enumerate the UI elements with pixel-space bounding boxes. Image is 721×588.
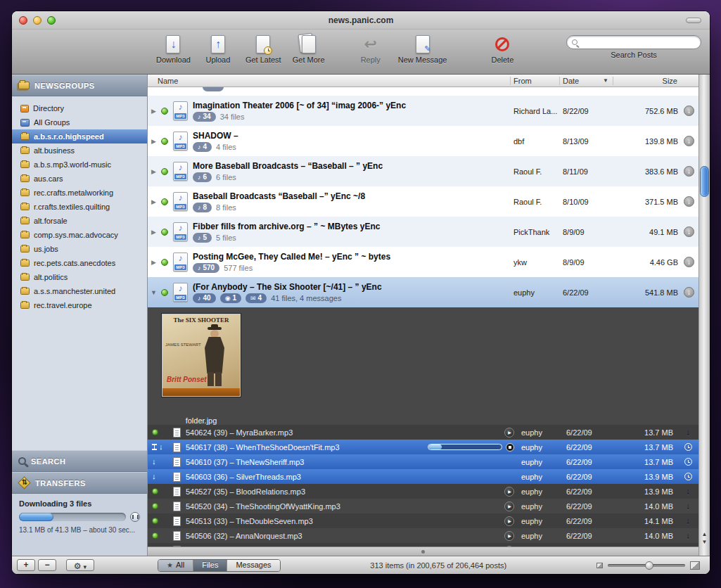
download-post-button[interactable] [684,166,694,177]
column-header-date[interactable]: Date [559,77,613,85]
play-button[interactable] [504,501,514,511]
sidebar-item[interactable]: rec.crafts.metalworking [12,186,147,200]
play-button[interactable] [504,531,514,541]
column-header-from[interactable]: From [510,77,559,85]
sidebar-item[interactable]: alt.forsale [12,214,147,228]
vertical-scrollbar[interactable] [698,75,710,556]
file-row[interactable]: 540617 (38) – WhenTheShoeDoesn'tFit.mp3 … [148,440,698,454]
sidebar-item[interactable]: us.jobs [12,242,147,256]
action-menu-button[interactable] [66,559,94,571]
sidebar-item[interactable]: a.b.s.r.o.highspeed [12,129,147,143]
stop-download-button[interactable] [506,443,514,452]
file-trailing-icon[interactable] [680,501,696,511]
newsgroup-folder-icon [20,105,29,113]
thumbnail-image[interactable]: The SIX SHOOTER JAMES STEWART Britt Pons… [162,314,241,397]
column-header-size[interactable]: Size [613,77,680,85]
search-header-label: SEARCH [31,457,65,466]
sidebar-item[interactable]: rec.travel.europe [12,298,147,312]
slider-track[interactable] [608,564,685,567]
new-message-button[interactable]: New Message [398,33,447,64]
post-row[interactable]: Baseball Broadcasts “Baseball –” yEnc ~/… [148,186,698,217]
sidebar-item[interactable]: comp.sys.mac.advocacy [12,228,147,242]
download-post-button[interactable] [684,257,694,267]
sidebar-item[interactable]: Directory [12,101,147,115]
sidebar-item[interactable]: a.b.s.mp3.world-music [12,158,147,172]
pause-transfers-button[interactable] [130,512,140,522]
post-row[interactable]: Posting McGee, They Called Me! – yEnc ” … [148,247,698,277]
file-row[interactable]: 540513 (33) – TheDoubleSeven.mp3 euphy 6… [148,513,698,528]
download-post-button[interactable] [684,106,694,116]
download-post-button[interactable] [684,287,694,298]
remove-group-button[interactable] [38,559,56,571]
sidebar-item[interactable]: rec.pets.cats.anecdotes [12,256,147,270]
file-trailing-icon[interactable] [680,487,696,497]
scroll-down-arrow[interactable] [699,538,710,546]
file-trailing-icon[interactable] [680,473,696,480]
music-note-icon [198,294,201,302]
play-button[interactable] [504,487,514,497]
file-trailing-icon[interactable] [680,516,696,526]
play-button[interactable] [504,516,514,526]
disclosure-triangle-icon[interactable] [148,229,160,236]
slider-thumb[interactable] [645,561,653,570]
disclosure-triangle-icon[interactable] [148,198,160,205]
partial-row[interactable] [148,87,698,96]
file-row[interactable]: 540520 (34) – TheShootingOfWyattKing.mp3… [148,499,698,513]
disclosure-triangle-icon[interactable] [148,259,160,266]
scrollbar-thumb[interactable] [700,166,709,197]
post-row[interactable]: More Baseball Broadcasts – “Baseball – ”… [148,156,698,186]
add-group-button[interactable] [17,559,35,571]
sidebar-item[interactable]: alt.politics [12,270,147,284]
new-message-icon [409,33,437,55]
transfers-section-header[interactable]: TRANSFERS [12,472,147,494]
file-trailing-icon[interactable] [680,443,696,451]
newsgroup-folder-icon [20,175,30,182]
mp3-file-icon [173,132,188,151]
sidebar-item[interactable]: All Groups [12,115,147,129]
file-row[interactable]: 540527 (35) – BloodRelations.mp3 euphy 6… [148,484,698,499]
get-more-button[interactable]: Get More [293,33,325,64]
file-row[interactable]: 540610 (37) – TheNewSheriff.mp3 euphy 6/… [148,454,698,469]
download-post-button[interactable] [684,226,694,237]
sidebar-item[interactable]: r.crafts.textiles.quilting [12,200,147,214]
file-row[interactable]: 540506 (32) – AnnaNorquest.mp3 euphy 6/2… [148,528,698,543]
download-post-button[interactable] [684,136,694,146]
play-button[interactable] [504,428,514,437]
filter-messages-segment[interactable]: Messages [226,560,279,571]
get-latest-button[interactable]: Get Latest [245,33,281,64]
scroll-up-arrow[interactable] [699,530,710,538]
post-row[interactable]: SHADOW – 4 4 files dbf 8/13/09 139.8 MB [148,126,698,156]
post-row[interactable]: Imagination Theater 2006 [~ of 34] “imag… [148,96,698,126]
download-button[interactable]: Download [156,33,191,64]
newsgroups-header[interactable]: NEWSGROUPS [12,75,147,96]
delete-button[interactable]: Delete [486,33,518,64]
file-trailing-icon[interactable] [680,531,696,541]
search-input[interactable] [566,35,701,49]
toolbar-toggle-button[interactable] [686,18,701,23]
filter-files-segment[interactable]: Files [193,560,226,571]
file-row[interactable]: 540603 (36) – SilverThreads.mp3 euphy 6/… [148,469,698,484]
disclosure-triangle-icon[interactable] [148,138,160,145]
file-trailing-icon[interactable] [680,458,696,466]
reply-button[interactable]: Reply [355,33,387,64]
sidebar-item[interactable]: alt.business [12,143,147,158]
sidebar-item[interactable]: aus.cars [12,172,147,186]
column-header-name[interactable]: Name [148,77,510,85]
post-row[interactable]: Fibber fills from archive.org – ” ~ MByt… [148,217,698,247]
disclosure-triangle-icon[interactable] [148,108,160,115]
filter-all-segment[interactable]: All [158,560,193,571]
upload-button[interactable]: Upload [202,33,234,64]
title-bar[interactable]: news.panic.com [12,11,710,30]
disclosure-triangle-icon[interactable] [148,289,160,296]
file-row[interactable]: 540624 (39) – MyraBarker.mp3 euphy 6/22/… [148,425,698,440]
sidebar-item[interactable]: a.s.s.manchester.united [12,284,147,298]
file-trailing-icon[interactable] [680,428,696,437]
search-section-header[interactable]: SEARCH [12,450,147,472]
horizontal-scrollbar[interactable] [148,547,698,556]
reply-label: Reply [361,56,381,64]
disclosure-triangle-icon[interactable] [148,168,160,175]
download-post-button[interactable] [684,196,694,207]
scrollbar-arrows [699,530,710,546]
post-row[interactable]: (For Anybody – The Six Shooter [~/41] – … [148,277,698,307]
from-cell: Raoul F. [513,198,563,206]
